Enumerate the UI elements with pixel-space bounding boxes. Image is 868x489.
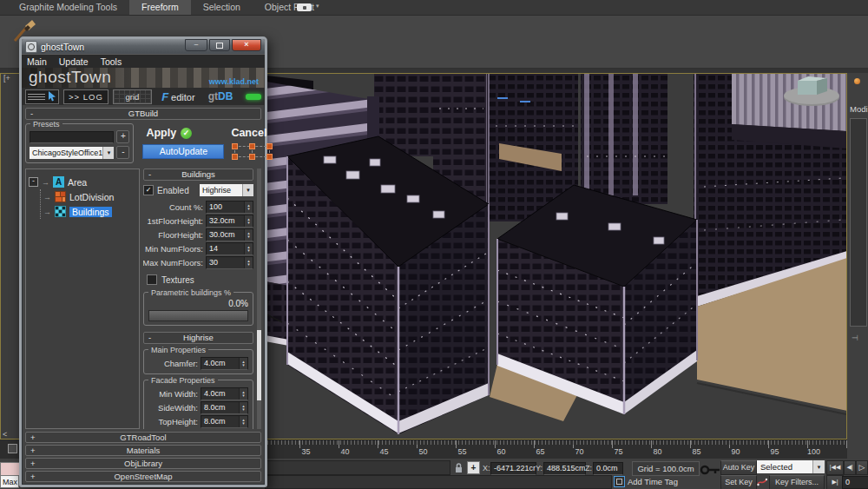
collapse-icon[interactable]: - <box>30 109 33 119</box>
params-scrollbar[interactable] <box>257 169 261 429</box>
spinner-icon[interactable]: ▴▾ <box>239 416 247 427</box>
key-filters-curve-icon[interactable] <box>757 477 767 487</box>
maxnumfloors-field[interactable]: 30 ▴▾ <box>206 256 253 269</box>
chevron-down-icon[interactable]: ▼ <box>242 184 253 196</box>
modifier-list-label[interactable]: Modi <box>850 104 868 114</box>
apply-button[interactable]: Apply ✓ <box>146 127 192 139</box>
log-button[interactable]: >> LOG <box>63 89 108 104</box>
count-field[interactable]: 100 ▴▾ <box>206 201 253 214</box>
absolute-mode-transform-icon[interactable]: + <box>467 461 480 474</box>
tree-item-lotdivision[interactable]: → LotDivision <box>43 189 136 204</box>
collapse-icon[interactable]: - <box>148 333 151 343</box>
textures-checkbox[interactable] <box>147 274 157 285</box>
menu-tools[interactable]: Tools <box>101 56 122 67</box>
scrollbar-thumb[interactable] <box>257 330 261 400</box>
selection-set-dropdown[interactable]: Selected ▼ <box>757 460 825 473</box>
set-key-button[interactable]: Set Key <box>720 475 757 489</box>
spinner-icon[interactable]: ▴▾ <box>244 257 253 268</box>
tab-freeform[interactable]: Freeform <box>129 0 191 15</box>
cancel-button[interactable]: Cancel <box>231 127 266 139</box>
lock-selection-icon[interactable] <box>454 462 464 473</box>
tab-graphite-modeling-tools[interactable]: Graphite Modeling Tools <box>7 0 129 15</box>
tab-selection[interactable]: Selection <box>191 0 253 15</box>
ribbon-minimize-icon[interactable] <box>297 3 312 11</box>
add-time-tag-label[interactable]: Add Time Tag <box>628 477 678 486</box>
editor-button[interactable]: F editor <box>161 90 194 103</box>
preset-name-input[interactable] <box>30 131 114 143</box>
tree-item-buildings[interactable]: → Buildings <box>43 204 136 219</box>
maxscript-mini-output[interactable] <box>0 462 21 476</box>
tree-item-area[interactable]: - → A Area <box>29 175 136 189</box>
rollout-materials[interactable]: + Materials <box>25 445 261 456</box>
ghosttown-banner: ghostTown www.klad.net <box>22 68 265 88</box>
close-button[interactable]: × <box>232 39 261 51</box>
expand-icon[interactable]: + <box>30 472 36 481</box>
modifier-stack-listbox[interactable] <box>850 118 867 327</box>
menu-update[interactable]: Update <box>59 56 89 67</box>
topheight-field[interactable]: 8.0cm ▴▾ <box>201 415 248 428</box>
maximize-button[interactable] <box>209 39 230 51</box>
pin-stack-icon[interactable] <box>854 78 860 84</box>
enabled-checkbox[interactable]: ✓ <box>143 185 154 195</box>
panel-splitter-icon[interactable]: ⊣ <box>852 334 858 342</box>
minimize-button[interactable]: – <box>185 39 207 51</box>
right-building-cluster[interactable] <box>694 74 846 411</box>
spinner-icon[interactable]: ▴▾ <box>244 202 253 213</box>
spinner-icon[interactable]: ▴▾ <box>244 229 253 241</box>
add-preset-button[interactable]: + <box>116 130 129 143</box>
x-coordinate-field[interactable]: -6471.221cm <box>490 462 536 475</box>
building-type-dropdown[interactable]: Highrise ▼ <box>200 184 253 196</box>
viewport-corner-label[interactable]: [+ <box>3 74 10 83</box>
rollout-gtroadtool[interactable]: + GTRoadTool <box>25 432 261 443</box>
chamfer-field[interactable]: 4.0cm ▴▾ <box>201 357 248 370</box>
rollout-openstreetmap[interactable]: + OpenStreetMap <box>25 471 261 482</box>
y-coordinate-field[interactable]: 488.515cm <box>543 462 586 475</box>
previous-frame-button[interactable]: ◀| <box>844 460 856 475</box>
auto-key-button[interactable]: Auto Key <box>720 460 757 475</box>
expand-icon[interactable]: + <box>30 433 36 442</box>
floorheight-field[interactable]: 30.0cm ▴▾ <box>206 228 253 241</box>
sidewidth-field[interactable]: 8.0cm ▴▾ <box>201 401 248 414</box>
tree-collapse-icon[interactable]: - <box>29 177 38 187</box>
rollout-highrise[interactable]: - Highrise <box>143 332 253 344</box>
key-filters-button[interactable]: Key Filters... <box>769 475 825 489</box>
z-coordinate-field[interactable]: 0.0cm <box>593 462 623 475</box>
track-bar[interactable] <box>265 460 450 475</box>
remove-preset-button[interactable]: - <box>116 146 129 159</box>
gtdb-button[interactable]: gtDB <box>208 90 233 102</box>
spinner-icon[interactable]: ▴▾ <box>244 215 253 227</box>
time-slider-ruler[interactable]: 3540 4550 5560 6570 7580 8590 95100 <box>260 439 847 459</box>
minwidth-field[interactable]: 4.0cm ▴▾ <box>201 387 248 400</box>
firstfloorheight-field[interactable]: 32.0cm ▴▾ <box>206 215 253 228</box>
rollout-gtbuild[interactable]: - GTBuild <box>25 108 261 120</box>
spinner-icon[interactable]: ▴▾ <box>244 243 253 254</box>
preset-dropdown[interactable]: ChicagoStyleOffice1 ▼ <box>30 147 114 159</box>
window-title-bar[interactable]: ghostTown – × <box>22 39 265 54</box>
autoupdate-button[interactable]: AutoUpdate <box>142 144 224 159</box>
chevron-down-icon[interactable]: ▼ <box>812 460 825 473</box>
collapse-icon[interactable]: - <box>148 169 151 180</box>
lot-shape-widget[interactable] <box>232 143 273 160</box>
expand-icon[interactable]: + <box>30 459 36 468</box>
menu-main[interactable]: Main <box>27 56 47 67</box>
rollout-objlibrary[interactable]: + ObjLibrary <box>25 458 261 469</box>
spinner-icon[interactable]: ▴▾ <box>239 388 247 400</box>
ribbon-options-chevron-icon[interactable]: ▾ <box>316 3 319 10</box>
select-tool-button[interactable] <box>25 89 59 104</box>
play-button[interactable]: ▷ <box>856 460 868 475</box>
maxscript-mini-input[interactable]: Max <box>0 475 19 488</box>
time-tag-icon[interactable] <box>614 476 625 487</box>
spinner-icon[interactable]: ▴▾ <box>239 402 247 413</box>
go-to-start-button[interactable]: |◀◀ <box>826 460 844 475</box>
bottomheight-field[interactable]: 2.0cm ▴▾ <box>201 429 248 430</box>
rollout-buildings[interactable]: - Buildings <box>143 169 253 181</box>
go-to-end-button[interactable]: ▶| <box>826 475 844 489</box>
chevron-down-icon[interactable]: ▼ <box>102 147 114 159</box>
grid-button[interactable]: grid <box>113 89 152 104</box>
viewport-scroll-left-icon[interactable]: < <box>3 430 7 439</box>
minnumfloors-field[interactable]: 14 ▴▾ <box>206 242 253 255</box>
spinner-icon[interactable]: ▴▾ <box>239 358 247 369</box>
website-link[interactable]: www.klad.net <box>209 77 259 86</box>
current-frame-field[interactable]: 0 <box>842 476 868 489</box>
expand-icon[interactable]: + <box>30 446 36 455</box>
